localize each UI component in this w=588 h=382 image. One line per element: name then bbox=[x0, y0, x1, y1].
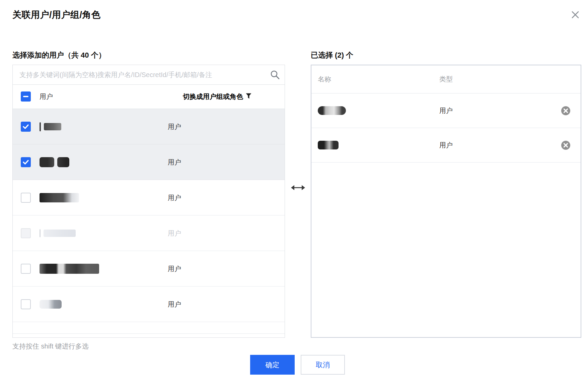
user-list-item[interactable]: 用户 bbox=[13, 180, 285, 215]
select-all-checkbox[interactable] bbox=[21, 91, 31, 102]
column-header-type: 类型 bbox=[439, 65, 453, 93]
row-type-label: 用户 bbox=[168, 251, 181, 286]
user-list-item[interactable]: 用户 bbox=[13, 144, 285, 180]
remove-item-icon[interactable] bbox=[561, 106, 570, 115]
row-type-label: 用户 bbox=[168, 144, 181, 180]
transfer-arrow-icon bbox=[290, 183, 306, 192]
remove-item-icon[interactable] bbox=[561, 141, 570, 150]
filter-icon bbox=[246, 93, 251, 100]
user-list-item[interactable]: 用户 bbox=[13, 251, 285, 286]
user-list-item[interactable]: 用户 bbox=[13, 286, 285, 322]
row-checkbox-unchecked[interactable] bbox=[21, 193, 31, 203]
redacted-user-name bbox=[40, 144, 69, 180]
redacted-user-name bbox=[318, 93, 346, 128]
page-title: 关联用户/用户组/角色 bbox=[12, 9, 101, 21]
selected-item-row: 用户 bbox=[311, 93, 581, 128]
row-checkbox-disabled bbox=[21, 228, 31, 238]
row-checkbox-checked[interactable] bbox=[21, 122, 31, 132]
row-type-label: 用户 bbox=[439, 93, 453, 128]
list-header-row: 用户 切换成用户组或角色 bbox=[13, 85, 285, 109]
selected-section-label: 已选择 (2) 个 bbox=[311, 50, 353, 60]
user-list-item-disabled: 用户 bbox=[13, 215, 285, 251]
redacted-user-name bbox=[40, 286, 62, 322]
row-checkbox-unchecked[interactable] bbox=[21, 264, 31, 274]
row-type-label: 用户 bbox=[439, 128, 453, 162]
redacted-user-name bbox=[318, 128, 339, 162]
redacted-user-name bbox=[40, 251, 99, 286]
row-type-label: 用户 bbox=[168, 109, 181, 144]
associate-users-dialog: 关联用户/用户组/角色 选择添加的用户（共 40 个） 已选择 (2) 个 用户… bbox=[0, 0, 588, 382]
column-header-name: 名称 bbox=[318, 65, 331, 93]
row-type-label: 用户 bbox=[168, 286, 181, 322]
search-input[interactable] bbox=[13, 65, 285, 84]
selected-header-row: 名称 类型 bbox=[311, 65, 581, 93]
row-checkbox-unchecked[interactable] bbox=[21, 299, 31, 309]
row-checkbox-checked[interactable] bbox=[21, 157, 31, 167]
user-list-item[interactable]: 用户 bbox=[13, 109, 285, 144]
partial-list-row bbox=[13, 322, 285, 334]
switch-entity-type-control[interactable]: 切换成用户组或角色 bbox=[183, 85, 251, 109]
close-icon[interactable] bbox=[569, 8, 582, 21]
confirm-button[interactable]: 确定 bbox=[250, 355, 295, 375]
redacted-user-name bbox=[40, 109, 61, 144]
source-user-list-panel: 用户 切换成用户组或角色 用户 用户 用户 bbox=[12, 65, 285, 338]
redacted-user-name bbox=[40, 215, 76, 251]
search-bar bbox=[13, 65, 285, 85]
row-type-label: 用户 bbox=[168, 215, 181, 251]
redacted-user-name bbox=[40, 180, 79, 215]
multi-select-hint: 支持按住 shift 键进行多选 bbox=[12, 342, 89, 351]
search-icon[interactable] bbox=[270, 70, 280, 80]
selected-item-row: 用户 bbox=[311, 128, 581, 163]
row-type-label: 用户 bbox=[168, 180, 181, 215]
source-section-label: 选择添加的用户（共 40 个） bbox=[12, 50, 106, 60]
switch-entity-type-label: 切换成用户组或角色 bbox=[183, 92, 243, 101]
entity-type-label: 用户 bbox=[40, 85, 53, 109]
selected-items-panel: 名称 类型 用户 用户 bbox=[311, 65, 581, 338]
cancel-button[interactable]: 取消 bbox=[301, 355, 345, 375]
